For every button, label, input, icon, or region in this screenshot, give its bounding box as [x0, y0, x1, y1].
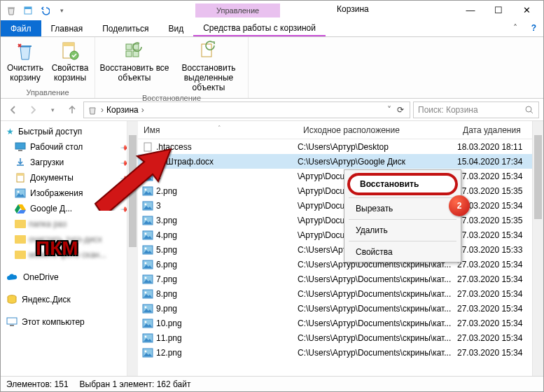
nav-forward-button[interactable] — [25, 102, 41, 118]
status-selection: Выбран 1 элемент: 162 байт — [80, 379, 191, 389]
nav-back-button[interactable] — [5, 102, 22, 118]
cell-date: 27.03.2020 15:35 — [457, 186, 543, 196]
table-row[interactable]: 9.pngC:\Users\Артур\Documents\скрины\кат… — [138, 301, 543, 316]
restore-selected-button[interactable]: Восстановить выделенные объекты — [174, 40, 244, 92]
close-button[interactable]: ✕ — [512, 1, 540, 19]
ctx-cut[interactable]: Вырезать — [346, 200, 459, 217]
help-icon[interactable]: ? — [524, 20, 543, 36]
cell-date: 27.03.2020 15:34 — [457, 348, 543, 358]
nav-recent-dropdown[interactable]: ▾ — [44, 102, 61, 118]
file-icon — [142, 215, 153, 226]
column-name[interactable]: Имя ˄ — [138, 125, 298, 135]
restore-selected-icon — [197, 40, 220, 62]
context-menu: Восстановить Вырезать Удалить Свойства — [344, 169, 461, 262]
sort-indicator-icon: ˄ — [218, 125, 221, 132]
table-row[interactable]: 3.png\Артур\Documents\скрины\кат...27.03… — [138, 213, 543, 227]
ribbon-collapse-icon[interactable]: ˄ — [506, 20, 524, 36]
refresh-icon[interactable]: ⟳ — [394, 105, 407, 115]
table-row[interactable]: 7.pngC:\Users\Артур\Documents\скрины\кат… — [138, 272, 543, 286]
cell-date: 27.03.2020 15:34 — [457, 230, 543, 240]
cell-date: 27.03.2020 15:34 — [457, 274, 543, 284]
search-icon[interactable] — [524, 105, 534, 115]
quick-access-toolbar: ▾ — [1, 3, 69, 18]
table-row[interactable]: .htaccessC:\Users\Артур\Desktop18.03.202… — [138, 139, 543, 154]
table-row[interactable]: 10.pngC:\Users\Артур\Documents\скрины\ка… — [138, 316, 543, 330]
maximize-button[interactable]: ☐ — [484, 1, 512, 19]
scrollbar-thumb[interactable] — [534, 135, 542, 219]
file-icon — [142, 288, 153, 300]
search-placeholder: Поиск: Корзина — [418, 105, 478, 115]
tab-share[interactable]: Поделиться — [92, 20, 158, 36]
breadcrumb-dropdown-icon[interactable]: ˅ — [387, 105, 391, 115]
table-row[interactable]: 6.pngC:\Users\Артур\Documents\скрины\кат… — [138, 257, 543, 272]
star-icon: ★ — [6, 127, 14, 136]
svg-point-32 — [145, 232, 147, 234]
nav-up-button[interactable] — [64, 102, 81, 118]
restore-all-icon — [123, 40, 146, 62]
cell-date: 27.03.2020 15:34 — [457, 304, 543, 314]
file-icon — [142, 332, 153, 344]
tab-recycle-tools[interactable]: Средства работы с корзиной — [193, 20, 326, 36]
tab-file[interactable]: Файл — [1, 20, 41, 36]
minimize-button[interactable]: — — [456, 1, 484, 19]
table-row[interactable]: 4.png\Артур\Documents\скрины\кат...27.03… — [138, 227, 543, 242]
cell-name: 4.png — [142, 230, 298, 241]
svg-point-44 — [145, 321, 147, 323]
ribbon-group-restore: Восстановить все объекты Восстановить вы… — [95, 37, 249, 98]
svg-rect-7 — [126, 51, 132, 57]
table-row[interactable]: ~$Штраф.docxC:\Users\Артур\Google Диск15… — [138, 154, 543, 169]
table-row[interactable]: 2.png\Артур\Documents\скрины\кат...27.03… — [138, 183, 543, 198]
ctx-delete[interactable]: Удалить — [346, 222, 459, 239]
cell-orig: C:\Users\Артур\Documents\скрины\кат... — [298, 318, 457, 328]
search-box[interactable]: Поиск: Корзина — [413, 102, 539, 118]
column-orig[interactable]: Исходное расположение — [298, 125, 457, 135]
sidebar-yadisk[interactable]: Яндекс.Диск — [1, 292, 137, 307]
cell-date: 15.04.2020 17:34 — [457, 157, 543, 167]
sidebar-onedrive[interactable]: OneDrive — [1, 270, 137, 285]
table-row[interactable]: 8.pngC:\Users\Артур\Documents\скрины\кат… — [138, 286, 543, 301]
empty-bin-label: Очистить корзину — [5, 64, 46, 83]
status-count: Элементов: 151 — [6, 379, 69, 389]
menu-separator — [349, 197, 456, 198]
chevron-right-icon[interactable]: › — [101, 105, 104, 115]
table-row[interactable]: 11.pngC:\Users\Артур\Documents\скрины\ка… — [138, 330, 543, 345]
qat-dropdown-icon[interactable]: ▾ — [54, 3, 69, 18]
recycle-bin-icon — [87, 104, 98, 115]
tab-home[interactable]: Главная — [41, 20, 93, 36]
file-name: 4.png — [156, 230, 177, 240]
cell-date: 27.03.2020 15:33 — [457, 245, 543, 255]
ctx-properties[interactable]: Свойства — [346, 244, 459, 260]
chevron-right-icon[interactable]: › — [141, 105, 144, 115]
tab-view[interactable]: Вид — [158, 20, 193, 36]
cell-name: 11.png — [142, 332, 298, 344]
ctx-restore[interactable]: Восстановить — [347, 173, 458, 195]
menu-separator — [349, 241, 456, 241]
table-row[interactable]: 3\Артур\Documents\скрины\кат...27.03.202… — [138, 198, 543, 213]
qat-properties-icon[interactable] — [20, 3, 36, 18]
empty-bin-button[interactable]: Очистить корзину — [5, 40, 46, 83]
qat-undo-icon[interactable] — [37, 3, 53, 18]
sidebar-folder-blurred[interactable]: папка раз — [1, 216, 137, 232]
column-date[interactable]: Дата удаления — [457, 125, 543, 135]
file-icon — [142, 244, 153, 255]
sidebar-this-pc[interactable]: Этот компьютер — [1, 314, 137, 330]
list-scrollbar[interactable] — [532, 121, 543, 376]
breadcrumb[interactable]: › Корзина › ˅ ⟳ — [83, 102, 410, 118]
table-row[interactable]: 12.pngC:\Users\Артур\Documents\скрины\ка… — [138, 345, 543, 360]
svg-point-40 — [145, 291, 147, 293]
breadcrumb-item[interactable]: Корзина — [106, 105, 139, 115]
cell-name: 12.png — [142, 347, 298, 358]
gdrive-icon — [15, 204, 26, 214]
file-rows: .htaccessC:\Users\Артур\Desktop18.03.202… — [138, 139, 543, 373]
restore-selected-label: Восстановить выделенные объекты — [174, 64, 244, 92]
table-row[interactable]: 2\Артур\Documents\скрины\кат...27.03.202… — [138, 169, 543, 183]
cell-name: 6.png — [142, 259, 298, 270]
sidebar-quick-access[interactable]: ★ Быстрый доступ — [1, 124, 137, 139]
restore-all-button[interactable]: Восстановить все объекты — [99, 40, 169, 83]
yadisk-icon — [6, 294, 18, 305]
bin-properties-button[interactable]: Свойства корзины — [50, 40, 90, 83]
cell-date: 27.03.2020 15:34 — [457, 172, 543, 181]
bin-properties-label: Свойства корзины — [50, 64, 90, 83]
table-row[interactable]: 5.pngC:\Users\Артур\Documents\скрины\кат… — [138, 242, 543, 257]
svg-rect-3 — [63, 43, 74, 46]
